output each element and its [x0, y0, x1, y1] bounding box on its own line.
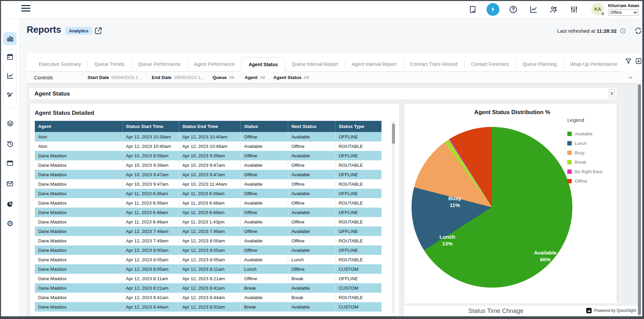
table-cell: OFFLINE [335, 170, 381, 179]
filter-start-date[interactable]: Start Date09/04/2023 1... [88, 75, 142, 80]
table-cell: Dane.Maddox [35, 189, 122, 198]
bolt-icon[interactable] [486, 3, 500, 16]
sidebar-item-mail[interactable] [3, 177, 17, 190]
table-cell: Offline [288, 160, 335, 170]
table-cell: Lunch [288, 255, 335, 264]
analytics-badge: Analytics [65, 27, 92, 35]
table-cell: Apr 10, 2023 9:47am [122, 170, 179, 179]
sidebar-item-window[interactable] [3, 157, 17, 170]
tab-queue-performance[interactable]: Queue Performance [131, 57, 187, 71]
table-cell: Dane.Maddox [35, 151, 122, 160]
sidebar-item-history[interactable] [3, 137, 17, 150]
avatar[interactable]: KA [591, 3, 604, 16]
legend-label: Be Right Back [575, 169, 602, 174]
table-cell: Apr 12, 2023 8:05am [122, 255, 179, 264]
tab-agent-performance[interactable]: Agent Performance [187, 57, 242, 71]
note-icon[interactable] [466, 3, 479, 16]
tab-wrap-up-performance[interactable]: Wrap-Up Performance [563, 57, 624, 71]
pie-panel-scrollbar[interactable] [617, 104, 619, 303]
legend-item-offline[interactable]: Offline [567, 176, 611, 186]
section-spinner[interactable] [609, 89, 615, 98]
tab-queue-interval-report[interactable]: Queue Interval Report [285, 57, 345, 71]
table-cell: Apr 12, 2023 8:41am [122, 293, 179, 302]
chevron-down-icon[interactable] [627, 75, 634, 81]
legend-item-be-right-back[interactable]: Be Right Back [567, 167, 611, 176]
legend-item-available[interactable]: Available [567, 129, 611, 138]
filter-queue[interactable]: QueueAll [213, 75, 234, 80]
pie-chart-title: Agent Status Distribution % [404, 109, 620, 116]
tab-contract-trace-record[interactable]: Contract Trace Record [403, 57, 464, 71]
line-chart-icon[interactable] [527, 3, 540, 16]
hamburger-menu-icon[interactable] [21, 5, 31, 13]
table-cell: ROUTABLE [335, 255, 381, 264]
column-header[interactable]: Next Status [288, 121, 335, 132]
legend-item-lunch[interactable]: Lunch [567, 138, 611, 148]
help-icon[interactable] [506, 3, 520, 16]
table-cell: Dane.Maddox [35, 160, 122, 170]
filter-icon[interactable] [625, 57, 632, 65]
sidebar-item-design-tools[interactable] [3, 88, 17, 101]
table-cell: Apr 12, 2023 8:05am [179, 245, 241, 255]
agent-status-pie-chart[interactable]: Busy11% Lunch13% Available66% [412, 127, 572, 288]
column-header[interactable]: Status Start Time [122, 121, 179, 132]
table-row: Dane.MaddoxApr 12, 2023 8:00amApr 12, 20… [35, 245, 381, 255]
sidebar-item-reports[interactable] [3, 32, 17, 45]
tab-executive-summary[interactable]: Executive Summary [32, 57, 88, 71]
legend-swatch [567, 169, 572, 174]
table-cell: Apr 12, 2023 8:44am [179, 293, 241, 302]
sliders-icon[interactable] [567, 3, 581, 16]
table-cell: ROUTABLE [335, 293, 381, 302]
table-row: AlonApr 12, 2023 10:39amApr 12, 2023 10:… [35, 132, 381, 141]
download-icon[interactable] [635, 57, 642, 65]
filter-agent-status[interactable]: Agent StatusAll [273, 75, 309, 80]
table-cell: Dane.Maddox [35, 170, 122, 179]
page-scrollbar-thumb[interactable] [638, 84, 641, 315]
table-cell: Available [241, 293, 288, 302]
column-header[interactable]: Status [241, 121, 288, 132]
table-scrollbar-thumb[interactable] [392, 124, 395, 144]
sidebar-item-pie-chart[interactable] [3, 197, 17, 211]
tab-queue-planning[interactable]: Queue Planning [516, 57, 563, 71]
table-cell: Available [288, 227, 335, 236]
tab-agent-status[interactable]: Agent Status [242, 57, 285, 72]
sidebar-item-calendar[interactable] [3, 50, 17, 63]
table-cell: Offline [241, 170, 288, 179]
filter-agent[interactable]: AgentAll [245, 75, 265, 80]
external-link-icon[interactable] [94, 26, 103, 35]
column-header[interactable]: Status Type [335, 121, 381, 132]
table-row: Dane.MaddoxApr 11, 2023 6:39amApr 11, 20… [35, 198, 381, 208]
table-body: AlonApr 12, 2023 10:39amApr 12, 2023 10:… [35, 132, 381, 312]
tab-contact-forensics[interactable]: Contact Forensics [464, 57, 516, 71]
table-scrollbar[interactable] [392, 121, 395, 313]
bottom-panel-title: Status Time Chnage [468, 308, 523, 315]
sidebar-item-line-chart[interactable] [3, 69, 17, 82]
status-dropdown[interactable]: Offline [609, 9, 638, 16]
table-cell: Available [288, 208, 335, 217]
sidebar-item-settings[interactable]: ⚙ [3, 217, 17, 230]
quicksight-logo-icon [586, 308, 592, 313]
refresh-icon[interactable] [634, 27, 642, 35]
sidebar-item-layers[interactable] [3, 117, 17, 130]
info-icon[interactable] [620, 28, 626, 34]
column-header[interactable]: Agent [35, 121, 122, 132]
table-cell: Apr 12, 2023 8:21am [179, 274, 241, 283]
legend-item-break[interactable]: Break [567, 157, 611, 167]
column-header[interactable]: Status End Time [179, 121, 241, 132]
table-cell: OFFLINE [335, 227, 381, 236]
table-cell: Apr 12, 2023 10:40am [122, 141, 179, 151]
table-cell: Break [288, 293, 335, 302]
legend-label: Busy [575, 150, 585, 155]
pie-slice-label: Lunch13% [440, 234, 455, 247]
legend-swatch [567, 141, 572, 145]
table-cell: Offline [288, 217, 335, 227]
people-icon[interactable] [547, 3, 561, 16]
table-cell: Dane.Maddox [35, 236, 122, 245]
table-cell: Available [288, 245, 335, 255]
table-cell: Apr 10, 2023 9:39am [122, 160, 179, 170]
powered-by-quicksight[interactable]: Powered by QuickSight [586, 308, 636, 313]
page-scrollbar[interactable] [638, 84, 641, 316]
tab-queue-trends[interactable]: Queue Trends [88, 57, 131, 71]
tab-agent-interval-report[interactable]: Agent Interval Report [345, 57, 403, 71]
legend-item-busy[interactable]: Busy [567, 148, 611, 157]
filter-end-date[interactable]: End Date29/05/2023 1... [152, 75, 204, 80]
